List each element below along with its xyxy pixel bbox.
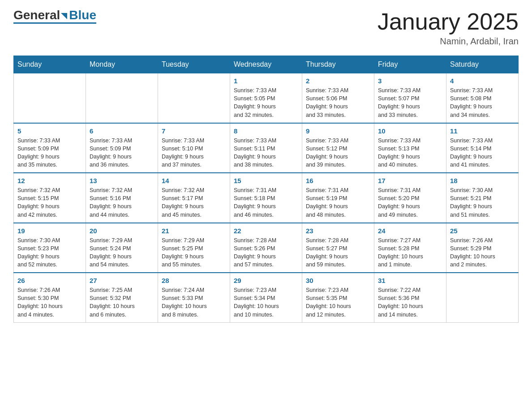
- table-row: 9Sunrise: 7:33 AM Sunset: 5:12 PM Daylig…: [302, 123, 374, 173]
- day-number: 3: [378, 77, 442, 85]
- table-row: 16Sunrise: 7:31 AM Sunset: 5:19 PM Dayli…: [302, 173, 374, 223]
- day-number: 16: [306, 177, 370, 184]
- logo-general-text: General: [13, 9, 60, 21]
- day-number: 31: [378, 277, 442, 284]
- day-info: Sunrise: 7:29 AM Sunset: 5:25 PM Dayligh…: [162, 236, 226, 269]
- day-info: Sunrise: 7:32 AM Sunset: 5:17 PM Dayligh…: [162, 186, 226, 219]
- page-header: General Blue January 2025 Namin, Ardabil…: [13, 9, 519, 47]
- day-number: 29: [234, 277, 298, 284]
- day-number: 15: [234, 177, 298, 184]
- table-row: 18Sunrise: 7:30 AM Sunset: 5:21 PM Dayli…: [446, 173, 519, 223]
- day-number: 20: [90, 227, 154, 235]
- day-info: Sunrise: 7:24 AM Sunset: 5:33 PM Dayligh…: [162, 286, 226, 319]
- day-number: 2: [306, 77, 370, 85]
- day-number: 9: [306, 127, 370, 135]
- day-info: Sunrise: 7:23 AM Sunset: 5:34 PM Dayligh…: [234, 286, 298, 319]
- table-row: 26Sunrise: 7:26 AM Sunset: 5:30 PM Dayli…: [14, 273, 86, 322]
- title-section: January 2025 Namin, Ardabil, Iran: [378, 9, 519, 47]
- day-info: Sunrise: 7:30 AM Sunset: 5:21 PM Dayligh…: [450, 186, 515, 219]
- table-row: 3Sunrise: 7:33 AM Sunset: 5:07 PM Daylig…: [374, 73, 446, 123]
- day-number: 4: [450, 77, 515, 85]
- table-row: [86, 73, 158, 123]
- calendar-table: Sunday Monday Tuesday Wednesday Thursday…: [13, 56, 519, 323]
- table-row: 15Sunrise: 7:31 AM Sunset: 5:18 PM Dayli…: [230, 173, 302, 223]
- day-info: Sunrise: 7:33 AM Sunset: 5:13 PM Dayligh…: [378, 137, 442, 169]
- table-row: 11Sunrise: 7:33 AM Sunset: 5:14 PM Dayli…: [446, 123, 519, 173]
- col-thursday: Thursday: [302, 56, 374, 73]
- table-row: [158, 73, 230, 123]
- day-info: Sunrise: 7:30 AM Sunset: 5:23 PM Dayligh…: [17, 236, 82, 269]
- day-info: Sunrise: 7:33 AM Sunset: 5:12 PM Dayligh…: [306, 137, 370, 169]
- day-number: 12: [17, 177, 82, 184]
- day-number: 1: [234, 77, 298, 85]
- day-number: 25: [450, 227, 515, 235]
- col-saturday: Saturday: [446, 56, 519, 73]
- calendar-week-row: 12Sunrise: 7:32 AM Sunset: 5:15 PM Dayli…: [14, 173, 519, 223]
- day-number: 14: [162, 177, 226, 184]
- day-info: Sunrise: 7:33 AM Sunset: 5:09 PM Dayligh…: [90, 137, 154, 169]
- table-row: 28Sunrise: 7:24 AM Sunset: 5:33 PM Dayli…: [158, 273, 230, 322]
- logo-underline: [13, 22, 96, 24]
- day-number: 18: [450, 177, 515, 184]
- table-row: 25Sunrise: 7:26 AM Sunset: 5:29 PM Dayli…: [446, 223, 519, 273]
- table-row: 7Sunrise: 7:33 AM Sunset: 5:10 PM Daylig…: [158, 123, 230, 173]
- day-info: Sunrise: 7:22 AM Sunset: 5:36 PM Dayligh…: [378, 286, 442, 319]
- day-info: Sunrise: 7:33 AM Sunset: 5:14 PM Dayligh…: [450, 137, 515, 169]
- day-info: Sunrise: 7:27 AM Sunset: 5:28 PM Dayligh…: [378, 236, 442, 269]
- day-number: 27: [90, 277, 154, 284]
- col-friday: Friday: [374, 56, 446, 73]
- table-row: 19Sunrise: 7:30 AM Sunset: 5:23 PM Dayli…: [14, 223, 86, 273]
- day-number: 30: [306, 277, 370, 284]
- day-number: 17: [378, 177, 442, 184]
- day-info: Sunrise: 7:26 AM Sunset: 5:30 PM Dayligh…: [17, 286, 82, 319]
- table-row: [14, 73, 86, 123]
- calendar-week-row: 5Sunrise: 7:33 AM Sunset: 5:09 PM Daylig…: [14, 123, 519, 173]
- day-number: 7: [162, 127, 226, 135]
- day-info: Sunrise: 7:26 AM Sunset: 5:29 PM Dayligh…: [450, 236, 515, 269]
- day-number: 5: [17, 127, 82, 135]
- table-row: 10Sunrise: 7:33 AM Sunset: 5:13 PM Dayli…: [374, 123, 446, 173]
- day-info: Sunrise: 7:28 AM Sunset: 5:27 PM Dayligh…: [306, 236, 370, 269]
- day-info: Sunrise: 7:32 AM Sunset: 5:16 PM Dayligh…: [90, 186, 154, 219]
- day-info: Sunrise: 7:33 AM Sunset: 5:11 PM Dayligh…: [234, 137, 298, 169]
- day-number: 24: [378, 227, 442, 235]
- table-row: 1Sunrise: 7:33 AM Sunset: 5:05 PM Daylig…: [230, 73, 302, 123]
- day-info: Sunrise: 7:33 AM Sunset: 5:06 PM Dayligh…: [306, 86, 370, 119]
- table-row: 30Sunrise: 7:23 AM Sunset: 5:35 PM Dayli…: [302, 273, 374, 322]
- day-number: 13: [90, 177, 154, 184]
- day-info: Sunrise: 7:29 AM Sunset: 5:24 PM Dayligh…: [90, 236, 154, 269]
- day-number: 28: [162, 277, 226, 284]
- table-row: 31Sunrise: 7:22 AM Sunset: 5:36 PM Dayli…: [374, 273, 446, 322]
- day-info: Sunrise: 7:28 AM Sunset: 5:26 PM Dayligh…: [234, 236, 298, 269]
- table-row: 5Sunrise: 7:33 AM Sunset: 5:09 PM Daylig…: [14, 123, 86, 173]
- table-row: 13Sunrise: 7:32 AM Sunset: 5:16 PM Dayli…: [86, 173, 158, 223]
- day-number: 6: [90, 127, 154, 135]
- table-row: 2Sunrise: 7:33 AM Sunset: 5:06 PM Daylig…: [302, 73, 374, 123]
- logo-blue-text: Blue: [69, 9, 96, 21]
- day-info: Sunrise: 7:25 AM Sunset: 5:32 PM Dayligh…: [90, 286, 154, 319]
- calendar-week-row: 1Sunrise: 7:33 AM Sunset: 5:05 PM Daylig…: [14, 73, 519, 123]
- day-info: Sunrise: 7:31 AM Sunset: 5:20 PM Dayligh…: [378, 186, 442, 219]
- day-info: Sunrise: 7:31 AM Sunset: 5:19 PM Dayligh…: [306, 186, 370, 219]
- table-row: 22Sunrise: 7:28 AM Sunset: 5:26 PM Dayli…: [230, 223, 302, 273]
- col-sunday: Sunday: [14, 56, 86, 73]
- table-row: 29Sunrise: 7:23 AM Sunset: 5:34 PM Dayli…: [230, 273, 302, 322]
- table-row: 6Sunrise: 7:33 AM Sunset: 5:09 PM Daylig…: [86, 123, 158, 173]
- calendar-header-row: Sunday Monday Tuesday Wednesday Thursday…: [14, 56, 519, 73]
- col-monday: Monday: [86, 56, 158, 73]
- page-subtitle: Namin, Ardabil, Iran: [378, 36, 519, 47]
- logo-triangle-icon: [61, 13, 67, 19]
- table-row: [446, 273, 519, 322]
- day-number: 19: [17, 227, 82, 235]
- logo: General Blue: [13, 9, 96, 24]
- table-row: 23Sunrise: 7:28 AM Sunset: 5:27 PM Dayli…: [302, 223, 374, 273]
- day-info: Sunrise: 7:33 AM Sunset: 5:05 PM Dayligh…: [234, 86, 298, 119]
- table-row: 17Sunrise: 7:31 AM Sunset: 5:20 PM Dayli…: [374, 173, 446, 223]
- day-info: Sunrise: 7:23 AM Sunset: 5:35 PM Dayligh…: [306, 286, 370, 319]
- day-info: Sunrise: 7:33 AM Sunset: 5:09 PM Dayligh…: [17, 137, 82, 169]
- col-tuesday: Tuesday: [158, 56, 230, 73]
- table-row: 14Sunrise: 7:32 AM Sunset: 5:17 PM Dayli…: [158, 173, 230, 223]
- day-info: Sunrise: 7:33 AM Sunset: 5:10 PM Dayligh…: [162, 137, 226, 169]
- day-number: 11: [450, 127, 515, 135]
- day-number: 8: [234, 127, 298, 135]
